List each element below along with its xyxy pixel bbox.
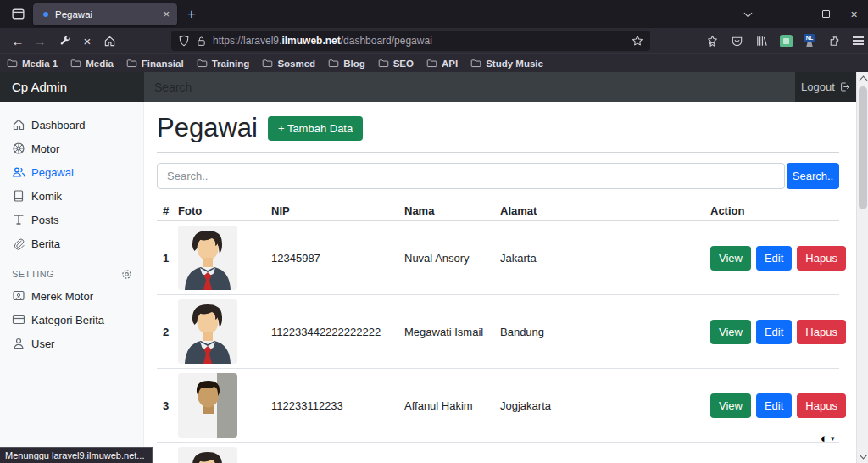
folder-icon [70, 58, 81, 69]
admin-navbar: Cp Admin Logout [0, 72, 868, 102]
bookmark-star-icon[interactable] [632, 35, 643, 47]
edit-button[interactable]: Edit [756, 393, 792, 418]
edit-button[interactable]: Edit [756, 246, 792, 271]
cell-alamat: Jogjakarta [500, 399, 710, 412]
view-button[interactable]: View [710, 393, 751, 418]
caret-down-icon: ▾ [831, 434, 835, 443]
bookmark-folder[interactable]: Training [197, 58, 250, 69]
firefox-view-icon[interactable] [5, 4, 31, 25]
cartoon-male-avatar [178, 226, 237, 290]
bookmark-label: SEO [393, 59, 414, 69]
navbar-search-input[interactable] [144, 72, 795, 102]
bookmark-folder[interactable]: API [426, 58, 458, 69]
table-header-foto: Foto [178, 204, 271, 217]
page-scrollbar[interactable] [856, 72, 868, 463]
folder-icon [7, 58, 18, 69]
folder-icon [328, 58, 339, 69]
sidebar-item-user[interactable]: User [0, 332, 143, 355]
theme-toggle-button[interactable]: ◐▾ [821, 431, 835, 445]
bookmark-folder[interactable]: Study Music [470, 58, 543, 69]
view-button[interactable]: View [710, 320, 751, 344]
bookmark-folder[interactable]: Sosmed [262, 58, 315, 69]
cell-alamat: Jakarta [500, 252, 710, 265]
logout-button[interactable]: Logout [795, 72, 856, 102]
screen-icon [12, 289, 25, 303]
scroll-up-icon[interactable] [859, 76, 867, 85]
library-icon[interactable] [754, 33, 769, 48]
cell-nama: Nuval Ansory [404, 252, 500, 265]
window-restore-button[interactable] [812, 0, 840, 28]
back-icon[interactable]: ← [7, 31, 29, 51]
scroll-thumb[interactable] [859, 86, 867, 209]
bookmark-folder[interactable]: Media 1 [7, 58, 58, 69]
sidebar-item-posts[interactable]: Posts [0, 208, 143, 232]
folder-icon [378, 58, 389, 69]
sidebar-item-kategori-berita[interactable]: Kategori Berita [0, 308, 143, 332]
table-header-action: Action [710, 204, 839, 217]
cell-actions: ViewEditHapus [710, 246, 851, 271]
edit-button[interactable]: Edit [756, 320, 792, 344]
search-button[interactable]: Search.. [787, 163, 839, 189]
sidebar-item-motor[interactable]: Motor [0, 137, 143, 160]
sidebar-item-pegawai[interactable]: Pegawai [0, 160, 143, 184]
sidebar-item-dashboard[interactable]: Dashboard [0, 113, 143, 137]
tab-list-chevron-icon[interactable] [734, 0, 762, 28]
sidebar-section-setting: SETTING [0, 264, 143, 284]
bookmark-label: Sosmed [277, 59, 315, 69]
new-tab-button[interactable]: + [187, 7, 196, 21]
tab-close-icon[interactable]: × [160, 8, 172, 20]
bookmark-folder[interactable]: SEO [378, 58, 414, 69]
bookmark-folder[interactable]: Finansial [126, 58, 184, 69]
cell-nip: 112233112233 [271, 399, 404, 412]
folder-icon [262, 58, 273, 69]
paperclip-icon [12, 237, 25, 250]
sidebar-item-berita[interactable]: Berita [0, 232, 143, 255]
url-text[interactable]: https://laravel9.ilmuweb.net/dashboard/p… [213, 35, 626, 47]
page-title: Pegawai [157, 113, 258, 143]
home-icon[interactable] [98, 31, 120, 51]
sidebar: Dashboard Motor Pegawai Komik Posts Beri… [0, 102, 144, 463]
lock-icon[interactable] [196, 36, 207, 47]
pocket-icon[interactable] [729, 33, 744, 48]
window-close-button[interactable]: × [840, 0, 868, 28]
scroll-down-icon[interactable] [859, 451, 867, 460]
wrench-icon[interactable] [54, 31, 76, 51]
url-bar[interactable]: https://laravel9.ilmuweb.net/dashboard/p… [171, 31, 650, 51]
nl-translate-extension-icon[interactable]: NL [803, 34, 816, 47]
hapus-button[interactable]: Hapus [797, 393, 846, 418]
photo-man-striped-shirt [178, 373, 237, 438]
people-icon [12, 165, 25, 179]
sidebar-item-komik[interactable]: Komik [0, 184, 143, 208]
star-badge-icon[interactable] [704, 33, 720, 48]
cell-actions: ViewEditHapus [710, 393, 851, 418]
hapus-button[interactable]: Hapus [797, 320, 846, 344]
forward-icon[interactable]: → [29, 31, 51, 51]
stop-icon[interactable]: × [76, 31, 98, 51]
bookmark-folder[interactable]: Media [70, 58, 114, 69]
bookmark-label: API [442, 59, 458, 69]
table-header-row: #FotoNIPNamaAlamatAction [157, 201, 839, 221]
row-number: 2 [157, 326, 178, 338]
type-icon [12, 213, 25, 226]
table-search-input[interactable] [157, 163, 785, 189]
sidebar-item-merek-motor[interactable]: Merek Motor [0, 284, 143, 308]
browser-window: Pegawai × + × ← → × https://laravel9.ilm… [0, 0, 868, 463]
brand[interactable]: Cp Admin [0, 72, 144, 102]
shield-icon[interactable] [178, 35, 190, 47]
extensions-icon[interactable] [826, 33, 841, 48]
green-extension-icon[interactable] [778, 33, 793, 48]
view-button[interactable]: View [710, 246, 751, 271]
bookmarks-bar: Media 1 Media Finansial Training Sosmed … [0, 53, 868, 72]
card-icon [12, 313, 25, 326]
hapus-button[interactable]: Hapus [797, 246, 846, 271]
bookmark-label: Training [212, 59, 250, 69]
browser-tab-pegawai[interactable]: Pegawai × [33, 3, 177, 25]
web-content: Cp Admin Logout Dashboard Motor Pegawai … [0, 72, 868, 463]
bookmark-label: Media 1 [22, 59, 58, 69]
window-minimize-button[interactable] [784, 0, 812, 28]
tambah-data-button[interactable]: + Tambah Data [268, 116, 363, 141]
gear-icon[interactable] [120, 268, 133, 281]
menu-icon[interactable] [850, 33, 865, 48]
bookmark-folder[interactable]: Blog [328, 58, 365, 69]
browser-toolbar: ← → × https://laravel9.ilmuweb.net/dashb… [0, 28, 868, 53]
